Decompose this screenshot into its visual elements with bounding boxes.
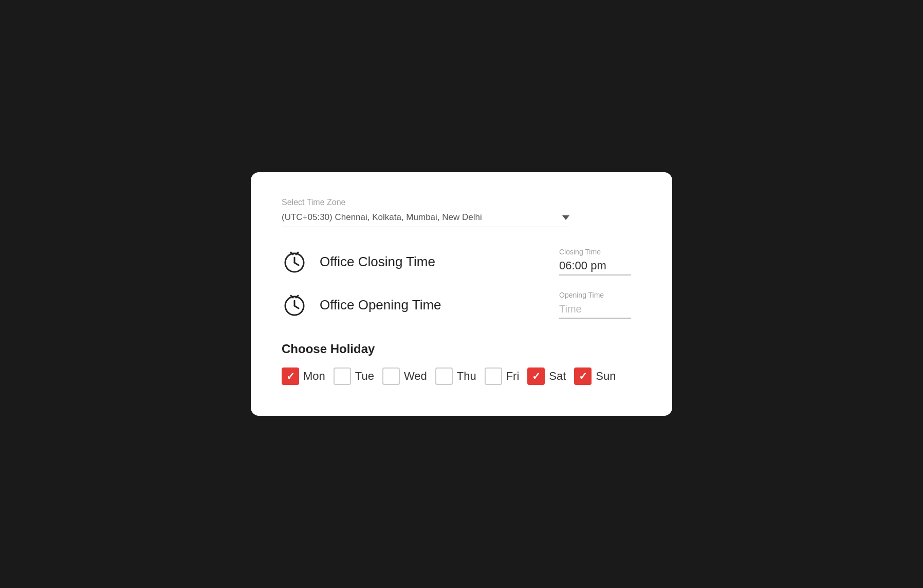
day-checkbox-sat[interactable]: ✓ xyxy=(527,368,545,385)
timezone-label: Select Time Zone xyxy=(282,198,641,207)
day-checkbox-thu[interactable] xyxy=(435,368,453,385)
holiday-section: Choose Holiday ✓MonTueWedThuFri✓Sat✓Sun xyxy=(282,342,641,385)
day-item: ✓Sat xyxy=(527,368,566,385)
day-label-fri: Fri xyxy=(506,370,520,383)
opening-time-group: Opening Time xyxy=(559,291,641,319)
closing-time-row: Office Closing Time Closing Time xyxy=(282,248,641,275)
day-checkbox-tue[interactable] xyxy=(334,368,351,385)
day-item: Thu xyxy=(435,368,476,385)
day-item: Tue xyxy=(334,368,374,385)
settings-card: Select Time Zone (UTC+05:30) Chennai, Ko… xyxy=(251,172,672,416)
day-label-tue: Tue xyxy=(355,370,374,383)
day-item: Fri xyxy=(485,368,520,385)
day-label-sun: Sun xyxy=(596,370,616,383)
time-rows: Office Closing Time Closing Time Office … xyxy=(282,248,641,319)
chevron-down-icon xyxy=(562,215,569,220)
day-checkbox-wed[interactable] xyxy=(382,368,400,385)
day-item: ✓Mon xyxy=(282,368,325,385)
day-label-sat: Sat xyxy=(549,370,566,383)
day-checkbox-mon[interactable]: ✓ xyxy=(282,368,299,385)
closing-time-label: Office Closing Time xyxy=(320,254,559,270)
clock-icon-opening xyxy=(282,292,307,318)
day-label-thu: Thu xyxy=(457,370,476,383)
svg-line-2 xyxy=(294,263,299,265)
timezone-section: Select Time Zone (UTC+05:30) Chennai, Ko… xyxy=(282,198,641,227)
days-row: ✓MonTueWedThuFri✓Sat✓Sun xyxy=(282,368,641,385)
day-item: ✓Sun xyxy=(574,368,616,385)
opening-time-row: Office Opening Time Opening Time xyxy=(282,291,641,319)
day-checkbox-fri[interactable] xyxy=(485,368,502,385)
opening-time-field-label: Opening Time xyxy=(559,291,604,299)
day-label-mon: Mon xyxy=(303,370,325,383)
timezone-value: (UTC+05:30) Chennai, Kolkata, Mumbai, Ne… xyxy=(282,212,556,223)
clock-icon-closing xyxy=(282,249,307,274)
holiday-title: Choose Holiday xyxy=(282,342,641,356)
opening-time-input[interactable] xyxy=(559,302,631,319)
day-checkbox-sun[interactable]: ✓ xyxy=(574,368,592,385)
svg-line-8 xyxy=(294,306,299,308)
opening-time-label: Office Opening Time xyxy=(320,297,559,313)
closing-time-field-label: Closing Time xyxy=(559,248,601,256)
day-label-wed: Wed xyxy=(404,370,427,383)
day-item: Wed xyxy=(382,368,427,385)
closing-time-group: Closing Time xyxy=(559,248,641,275)
timezone-select[interactable]: (UTC+05:30) Chennai, Kolkata, Mumbai, Ne… xyxy=(282,212,569,227)
closing-time-input[interactable] xyxy=(559,259,631,275)
